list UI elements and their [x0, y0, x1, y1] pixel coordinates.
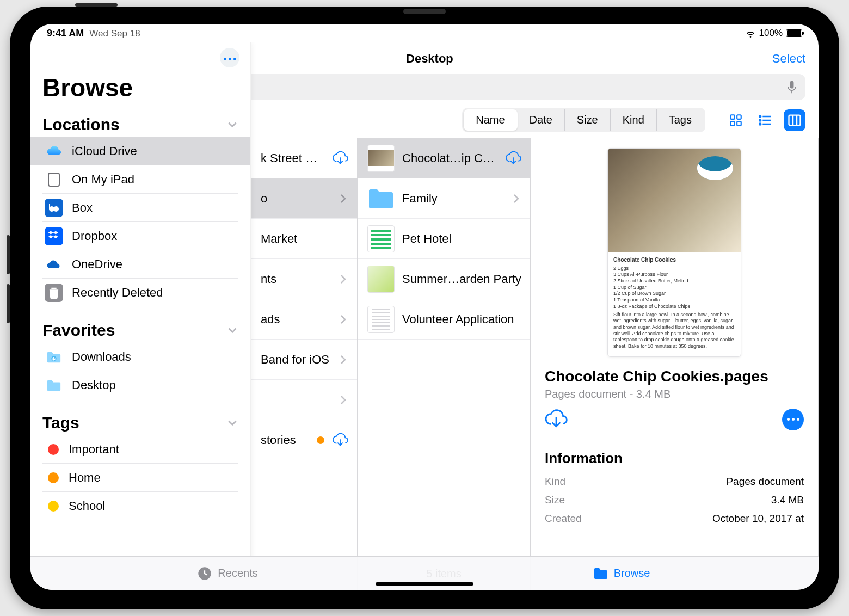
- tab-browse[interactable]: Browse: [424, 566, 819, 581]
- list-item[interactable]: Pet Hotel: [358, 219, 530, 259]
- battery-pct: 100%: [759, 28, 783, 39]
- list-item[interactable]: [251, 380, 357, 420]
- info-heading: Information: [545, 450, 804, 467]
- sidebar-more-button[interactable]: [220, 48, 239, 67]
- sidebar-item-label: Home: [69, 471, 101, 485]
- list-item[interactable]: Summer…arden Party: [358, 259, 530, 299]
- preview-heading: Chocolate Chip Cookies: [613, 257, 676, 263]
- sidebar-item-ipad[interactable]: On My iPad: [42, 165, 238, 194]
- sort-kind[interactable]: Kind: [611, 109, 657, 131]
- section-locations[interactable]: Locations: [42, 111, 238, 137]
- section-tags[interactable]: Tags: [42, 409, 238, 435]
- detail-subtitle: Pages document - 3.4 MB: [545, 388, 804, 401]
- sidebar-item-desktop[interactable]: Desktop: [42, 371, 238, 399]
- cloud-download-icon[interactable]: [332, 150, 348, 167]
- svg-rect-9: [730, 121, 735, 126]
- sidebar-item-label: iCloud Drive: [72, 144, 137, 158]
- list-item[interactable]: Chocolat…ip Cookies: [358, 138, 530, 178]
- folder-icon: [45, 376, 63, 395]
- sidebar-item-label: Recently Deleted: [72, 286, 163, 300]
- file-preview[interactable]: Chocolate Chip Cookies 2 Eggs 3 Cups All…: [607, 148, 741, 357]
- sidebar-item-label: OneDrive: [72, 257, 122, 272]
- list-item[interactable]: Volunteer Application: [358, 299, 530, 340]
- preview-ingredients: 2 Eggs 3 Cups All-Purpose Flour 2 Sticks…: [613, 266, 735, 310]
- cloud-download-icon[interactable]: [505, 150, 521, 167]
- trash-icon: [45, 284, 63, 302]
- info-row: KindPages document: [545, 472, 804, 491]
- sort-tags[interactable]: Tags: [657, 109, 704, 131]
- svg-rect-2: [790, 81, 794, 89]
- tag-dot-icon: [48, 444, 59, 455]
- sidebar-item-trash[interactable]: Recently Deleted: [42, 279, 238, 307]
- column-2: Chocolat…ip Cookies Family Pet Hotel: [358, 138, 531, 590]
- list-item[interactable]: ads: [251, 299, 357, 340]
- sort-segmented[interactable]: Name Date Size Kind Tags: [462, 108, 705, 132]
- sort-size[interactable]: Size: [565, 109, 611, 131]
- preview-body: Sift flour into a large bowl. In a secon…: [613, 312, 734, 349]
- detail-title: Chocolate Chip Cookies.pages: [545, 367, 804, 386]
- chevron-right-icon: [512, 194, 521, 204]
- list-item[interactable]: Market: [251, 219, 357, 259]
- sidebar-item-downloads[interactable]: Downloads: [42, 343, 238, 371]
- sidebar-tag-school[interactable]: School: [42, 492, 238, 520]
- detail-pane: Chocolate Chip Cookies 2 Eggs 3 Cups All…: [531, 138, 819, 590]
- download-button[interactable]: [545, 408, 568, 431]
- select-button[interactable]: Select: [772, 52, 805, 66]
- svg-point-11: [759, 115, 761, 117]
- tab-recents[interactable]: Recents: [30, 566, 424, 581]
- view-columns-icon[interactable]: [784, 109, 805, 131]
- chevron-right-icon: [339, 194, 348, 204]
- sort-date[interactable]: Date: [518, 109, 565, 131]
- sidebar-item-dropbox[interactable]: Dropbox: [42, 222, 238, 250]
- svg-rect-24: [48, 173, 59, 186]
- sidebar-tag-home[interactable]: Home: [42, 464, 238, 492]
- more-actions-button[interactable]: [782, 409, 804, 430]
- sidebar-item-label: Desktop: [72, 378, 116, 392]
- chevron-right-icon: [339, 274, 348, 284]
- sidebar: Browse Locations iCloud Drive: [30, 42, 251, 590]
- sidebar-item-label: Dropbox: [72, 229, 117, 243]
- sort-name[interactable]: Name: [464, 109, 517, 131]
- status-bar: 9:41 AM Wed Sep 18 100%: [30, 24, 819, 42]
- sidebar-item-box[interactable]: Box: [42, 194, 238, 222]
- sidebar-title: Browse: [30, 70, 250, 111]
- file-thumb-icon: [367, 225, 395, 252]
- chevron-right-icon: [339, 395, 348, 405]
- mic-icon[interactable]: [786, 80, 798, 94]
- sidebar-item-label: Important: [69, 442, 119, 457]
- svg-rect-10: [737, 121, 741, 126]
- svg-rect-17: [789, 115, 801, 125]
- view-list-icon[interactable]: [754, 109, 776, 131]
- list-item[interactable]: o: [251, 178, 357, 219]
- status-time: 9:41 AM: [47, 28, 84, 39]
- view-grid-icon[interactable]: [725, 109, 747, 131]
- chevron-right-icon: [339, 355, 348, 365]
- list-item[interactable]: k Street Food: [251, 138, 357, 178]
- onedrive-icon: [45, 255, 63, 274]
- cloud-download-icon[interactable]: [332, 432, 348, 448]
- folder-icon: [593, 566, 608, 581]
- tag-dot-icon: [317, 436, 324, 444]
- file-thumb-icon: [367, 266, 395, 293]
- status-date: Wed Sep 18: [89, 28, 140, 39]
- sidebar-item-onedrive[interactable]: OneDrive: [42, 250, 238, 279]
- list-item[interactable]: nts: [251, 259, 357, 299]
- sidebar-item-label: On My iPad: [72, 173, 134, 187]
- list-item[interactable]: stories: [251, 420, 357, 460]
- file-thumb-icon: [367, 145, 395, 172]
- chevron-down-icon: [226, 324, 238, 336]
- list-item[interactable]: Family: [358, 178, 530, 219]
- list-item[interactable]: Band for iOS: [251, 340, 357, 380]
- svg-rect-7: [730, 115, 735, 119]
- dropbox-icon: [45, 227, 63, 245]
- home-indicator[interactable]: [376, 582, 473, 586]
- sidebar-item-icloud[interactable]: iCloud Drive: [30, 137, 250, 165]
- wifi-icon: [745, 28, 756, 39]
- section-favorites[interactable]: Favorites: [42, 317, 238, 343]
- box-icon: [45, 199, 63, 217]
- sidebar-tag-important[interactable]: Important: [42, 435, 238, 464]
- info-row: Size3.4 MB: [545, 491, 804, 509]
- clock-icon: [197, 566, 212, 581]
- icloud-icon: [45, 142, 63, 161]
- svg-rect-8: [737, 115, 741, 119]
